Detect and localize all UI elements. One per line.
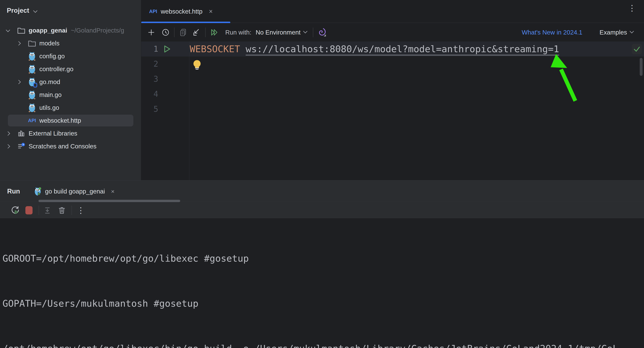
tree-item-label: websocket.http (39, 117, 81, 124)
tree-item-path: ~/GolandProjects/g (71, 27, 124, 34)
run-panel-header: Run go build goapp_genai × (0, 180, 644, 202)
toolbar-separator (313, 28, 313, 37)
rerun-button[interactable] (10, 205, 20, 215)
intention-bulb-icon[interactable] (193, 60, 201, 70)
chevron-down-icon (33, 8, 38, 13)
scroll-to-end-icon[interactable] (43, 205, 53, 215)
go-run-configuration-icon (33, 186, 42, 196)
add-request-button[interactable] (146, 27, 156, 38)
editor-tab-bar: API websocket.http × (141, 0, 644, 23)
tree-item-config-go[interactable]: config.go (0, 50, 141, 62)
project-panel-header[interactable]: Project (0, 0, 141, 21)
console-line: /opt/homebrew/opt/go/libexec/bin/go buil… (2, 341, 618, 348)
chevron-down-icon[interactable] (6, 28, 10, 32)
tree-item-label: go.mod (39, 78, 60, 86)
folder-icon (28, 38, 36, 48)
line-number: 2 (141, 56, 158, 72)
scratches-icon (17, 142, 26, 151)
run-panel-title: Run (7, 180, 20, 202)
tree-item-label: models (39, 40, 60, 47)
run-all-requests-icon[interactable] (209, 27, 219, 38)
run-tab-go-build[interactable]: go build goapp_genai × (33, 180, 114, 202)
http-client-toolbar: Run with: No Environment What's New in 2… (141, 23, 644, 42)
go-file-icon (28, 103, 36, 112)
tree-item-label: External Libraries (28, 130, 77, 137)
line-number: 5 (141, 102, 158, 116)
tab-websocket-http[interactable]: API websocket.http × (141, 0, 230, 23)
go-file-icon (28, 90, 36, 100)
tree-item-label: main.go (39, 91, 62, 98)
chevron-right-icon[interactable] (6, 131, 10, 136)
toolbar-separator (38, 206, 39, 215)
console-line: GOROOT=/opt/homebrew/opt/go/libexec #gos… (2, 251, 618, 266)
chevron-down-icon (630, 29, 634, 34)
close-icon[interactable]: × (111, 188, 114, 195)
project-tool-window: Project goapp_genai ~/GolandProjects/g m… (0, 0, 141, 180)
tree-item-label: Scratches and Consoles (28, 143, 96, 150)
line-number: 1 (141, 42, 158, 56)
run-request-gutter-icon[interactable] (162, 44, 171, 54)
run-panel-toolbar: ⋮ (0, 202, 644, 218)
module-badge (33, 83, 37, 88)
environment-select[interactable]: No Environment (256, 29, 307, 36)
clear-console-trash-icon[interactable] (57, 205, 67, 215)
run-console-output[interactable]: GOROOT=/opt/homebrew/opt/go/libexec #gos… (2, 221, 618, 348)
tab-strip-scrollbar[interactable] (38, 200, 180, 202)
toolbar-separator (174, 28, 174, 37)
tab-title: websocket.http (161, 8, 202, 15)
project-panel-title: Project (7, 7, 29, 14)
import-convert-icon[interactable] (192, 27, 202, 38)
tree-item-controller-go[interactable]: controller.go (0, 62, 141, 76)
http-client-swirl-icon[interactable] (317, 27, 327, 38)
tree-item-label: utils.go (39, 104, 59, 111)
inspections-ok-icon[interactable] (632, 44, 642, 54)
editor-scrollbar[interactable] (640, 58, 642, 76)
run-tool-window: Run go build goapp_genai × ⋮ GOROOT=/opt… (0, 180, 644, 348)
close-icon[interactable]: × (209, 8, 212, 15)
line-number: 3 (141, 72, 158, 86)
kebab-menu-icon[interactable]: ⋮ (628, 4, 636, 12)
tree-item-utils-go[interactable]: utils.go (0, 101, 141, 114)
stop-button[interactable] (24, 205, 34, 215)
tree-item-websocket-http[interactable]: API websocket.http (0, 114, 141, 127)
folder-icon (17, 26, 26, 35)
tree-item-models[interactable]: models (0, 37, 141, 50)
http-file-api-icon: API (28, 116, 36, 125)
websocket-keyword: WEBSOCKET (190, 44, 240, 54)
go-file-icon (28, 64, 36, 74)
run-with-label: Run with: (225, 29, 252, 36)
more-options-kebab-icon[interactable]: ⋮ (76, 205, 86, 215)
tree-item-scratches-consoles[interactable]: Scratches and Consoles (0, 140, 141, 153)
code-line[interactable]: WEBSOCKET ws://localhost:8080/ws/model?m… (190, 42, 559, 56)
request-url[interactable]: ws://localhost:8080/ws/model?model=anthr… (246, 44, 559, 56)
tree-item-main-go[interactable]: main.go (0, 88, 141, 101)
api-file-icon: API (149, 9, 157, 14)
copy-icon[interactable] (178, 27, 188, 38)
tree-item-go-mod[interactable]: go.mod (0, 76, 141, 88)
line-number: 4 (141, 86, 158, 102)
tree-item-label: config.go (39, 52, 65, 60)
external-libraries-icon (17, 128, 26, 138)
examples-dropdown[interactable]: Examples (600, 29, 633, 36)
tree-item-goapp-genai[interactable]: goapp_genai ~/GolandProjects/g (0, 24, 141, 37)
whats-new-link[interactable]: What's New in 2024.1 (522, 29, 582, 36)
tree-item-label: controller.go (39, 66, 74, 72)
run-tab-label: go build goapp_genai (45, 188, 105, 195)
toolbar-separator (72, 206, 72, 215)
chevron-right-icon[interactable] (16, 41, 21, 46)
history-icon[interactable] (160, 27, 170, 38)
tree-item-label: goapp_genai (28, 27, 67, 34)
editor-pane[interactable]: 1 2 3 4 5 WEBSOCKET ws://localhost:8080/… (141, 42, 644, 180)
chevron-right-icon[interactable] (6, 144, 10, 148)
project-tree: goapp_genai ~/GolandProjects/g models co… (0, 24, 141, 153)
tree-item-external-libraries[interactable]: External Libraries (0, 127, 141, 140)
go-module-icon (28, 77, 36, 87)
chevron-down-icon (303, 29, 307, 34)
console-line: GOPATH=/Users/mukulmantosh #gosetup (2, 296, 618, 311)
go-file-icon (28, 51, 36, 61)
environment-value: No Environment (256, 29, 300, 36)
chevron-right-icon[interactable] (16, 80, 21, 84)
toolbar-separator (205, 28, 206, 37)
